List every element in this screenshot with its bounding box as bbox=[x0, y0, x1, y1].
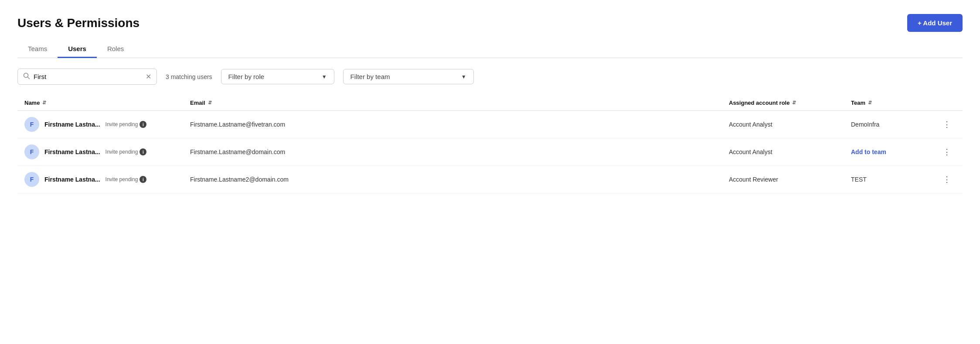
email-cell-1: Firstname.Lastname@fivetran.com bbox=[190, 121, 729, 128]
col-header-team[interactable]: Team ⇵ bbox=[851, 100, 938, 106]
row-more-menu-1[interactable]: ⋮ bbox=[938, 120, 956, 129]
page-container: Users & Permissions + Add User Teams Use… bbox=[0, 0, 980, 344]
page-title: Users & Permissions bbox=[17, 16, 140, 30]
filter-team-arrow-icon: ▼ bbox=[461, 74, 466, 80]
col-header-role[interactable]: Assigned account role ⇵ bbox=[729, 100, 851, 106]
info-icon-3[interactable]: i bbox=[140, 176, 146, 183]
matching-count: 3 matching users bbox=[166, 73, 212, 80]
role-cell-2: Account Analyst bbox=[729, 148, 851, 155]
add-to-team-link-2[interactable]: Add to team bbox=[851, 148, 938, 155]
avatar-3: F bbox=[24, 172, 39, 187]
avatar-2: F bbox=[24, 144, 39, 159]
team-cell-1: DemoInfra bbox=[851, 121, 938, 128]
sort-role-icon: ⇵ bbox=[792, 100, 796, 106]
user-cell-3: F Firstname Lastna... Invite pending i bbox=[24, 172, 190, 187]
team-cell-3: TEST bbox=[851, 176, 938, 183]
table-row: F Firstname Lastna... Invite pending i F… bbox=[17, 138, 963, 166]
search-input[interactable] bbox=[34, 73, 142, 80]
table-row: F Firstname Lastna... Invite pending i F… bbox=[17, 166, 963, 193]
user-cell-1: F Firstname Lastna... Invite pending i bbox=[24, 117, 190, 132]
tab-users[interactable]: Users bbox=[58, 41, 97, 58]
avatar-1: F bbox=[24, 117, 39, 132]
sort-name-icon: ⇵ bbox=[42, 100, 46, 106]
filter-team-dropdown[interactable]: Filter by team ▼ bbox=[343, 69, 474, 84]
filter-role-arrow-icon: ▼ bbox=[322, 74, 327, 80]
sort-team-icon: ⇵ bbox=[868, 100, 872, 106]
sort-email-icon: ⇵ bbox=[208, 100, 212, 106]
table-header-row: Name ⇵ Email ⇵ Assigned account role ⇵ T… bbox=[17, 95, 963, 111]
info-icon-2[interactable]: i bbox=[140, 148, 146, 155]
table-row: F Firstname Lastna... Invite pending i F… bbox=[17, 111, 963, 138]
row-more-menu-2[interactable]: ⋮ bbox=[938, 147, 956, 157]
info-icon-1[interactable]: i bbox=[140, 121, 146, 128]
page-header: Users & Permissions + Add User bbox=[17, 14, 963, 32]
role-cell-3: Account Reviewer bbox=[729, 176, 851, 183]
search-wrapper: ✕ bbox=[17, 69, 157, 85]
user-name-1: Firstname Lastna... bbox=[44, 121, 100, 128]
invite-badge-2: Invite pending i bbox=[105, 148, 147, 155]
tabs-bar: Teams Users Roles bbox=[17, 41, 963, 58]
email-cell-2: Firstname.Lastname@domain.com bbox=[190, 148, 729, 155]
tab-teams[interactable]: Teams bbox=[17, 41, 58, 58]
filter-role-label: Filter by role bbox=[228, 73, 265, 80]
filter-team-label: Filter by team bbox=[350, 73, 390, 80]
search-icon bbox=[23, 72, 30, 81]
clear-search-icon[interactable]: ✕ bbox=[146, 72, 151, 81]
user-cell-2: F Firstname Lastna... Invite pending i bbox=[24, 144, 190, 159]
toolbar: ✕ 3 matching users Filter by role ▼ Filt… bbox=[17, 69, 963, 85]
add-user-button[interactable]: + Add User bbox=[907, 14, 963, 32]
role-cell-1: Account Analyst bbox=[729, 121, 851, 128]
user-name-2: Firstname Lastna... bbox=[44, 148, 100, 155]
col-header-email[interactable]: Email ⇵ bbox=[190, 100, 729, 106]
email-cell-3: Firstname.Lastname2@domain.com bbox=[190, 176, 729, 183]
tab-roles[interactable]: Roles bbox=[97, 41, 134, 58]
filter-role-dropdown[interactable]: Filter by role ▼ bbox=[221, 69, 334, 84]
svg-line-1 bbox=[28, 77, 30, 79]
invite-badge-1: Invite pending i bbox=[105, 121, 147, 128]
col-header-name[interactable]: Name ⇵ bbox=[24, 100, 190, 106]
row-more-menu-3[interactable]: ⋮ bbox=[938, 175, 956, 184]
invite-badge-3: Invite pending i bbox=[105, 176, 147, 183]
user-name-3: Firstname Lastna... bbox=[44, 176, 100, 183]
users-table: Name ⇵ Email ⇵ Assigned account role ⇵ T… bbox=[17, 95, 963, 193]
